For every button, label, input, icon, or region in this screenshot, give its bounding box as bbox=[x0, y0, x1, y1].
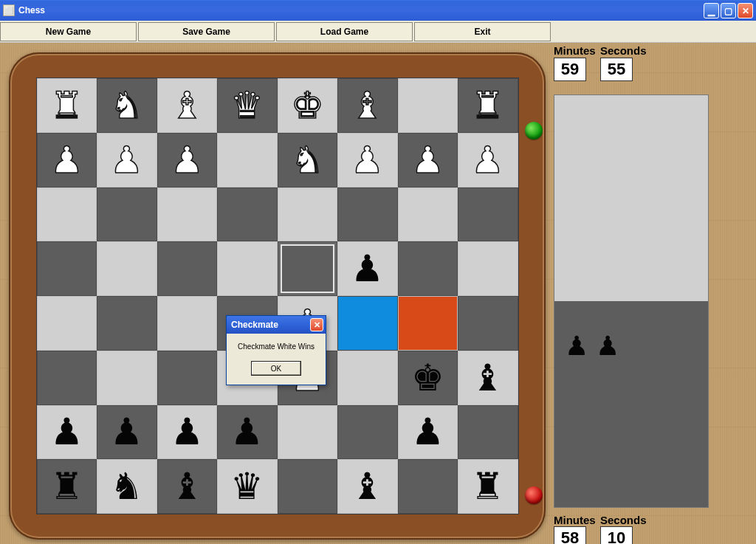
app-icon: ⬜ bbox=[3, 4, 15, 16]
square-a8[interactable]: ♜ bbox=[37, 78, 97, 133]
window-minimize-button[interactable]: ▁ bbox=[704, 3, 719, 18]
captured-panel: ♟♟ bbox=[554, 94, 709, 508]
window-close-button[interactable]: ✕ bbox=[738, 3, 753, 18]
captured-white-area bbox=[554, 95, 708, 301]
square-b5[interactable] bbox=[97, 241, 157, 296]
square-b3[interactable] bbox=[97, 351, 157, 405]
clock-seconds-top: 55 bbox=[600, 58, 633, 81]
new-game-button[interactable]: New Game bbox=[0, 22, 137, 41]
piece-icon: ♞ bbox=[110, 87, 143, 124]
square-d8[interactable]: ♛ bbox=[217, 78, 278, 133]
dialog-title-bar[interactable]: Checkmate ✕ bbox=[227, 316, 326, 334]
piece-icon: ♞ bbox=[291, 142, 324, 179]
square-g8[interactable] bbox=[398, 78, 458, 133]
piece-icon: ♜ bbox=[50, 468, 83, 505]
piece-icon: ♜ bbox=[471, 87, 504, 124]
square-c3[interactable] bbox=[157, 351, 218, 405]
board-frame: ♜♞♝♛♚♝♜♟♟♟♞♟♟♟♟♟♟♚♝♟♟♟♟♟♜♞♝♛♝♜ bbox=[9, 52, 546, 540]
square-f6[interactable] bbox=[337, 187, 398, 242]
square-c2[interactable]: ♟ bbox=[157, 405, 218, 460]
square-f8[interactable]: ♝ bbox=[337, 78, 398, 133]
clock-seconds-bottom: 10 bbox=[600, 526, 633, 544]
piece-icon: ♛ bbox=[230, 468, 264, 505]
piece-icon: ♟ bbox=[171, 142, 204, 179]
exit-button[interactable]: Exit bbox=[414, 22, 551, 41]
piece-icon: ♟ bbox=[50, 413, 83, 450]
square-d1[interactable]: ♛ bbox=[217, 459, 278, 514]
chess-board[interactable]: ♜♞♝♛♚♝♜♟♟♟♞♟♟♟♟♟♟♚♝♟♟♟♟♟♜♞♝♛♝♜ bbox=[36, 78, 519, 514]
square-g4[interactable] bbox=[398, 296, 458, 351]
dialog-close-button[interactable]: ✕ bbox=[310, 318, 323, 331]
square-d6[interactable] bbox=[217, 187, 278, 242]
piece-icon: ♟ bbox=[230, 413, 264, 450]
piece-icon: ♟ bbox=[411, 413, 444, 450]
load-game-button[interactable]: Load Game bbox=[276, 22, 413, 41]
square-h5[interactable] bbox=[458, 241, 518, 296]
square-h1[interactable]: ♜ bbox=[458, 459, 518, 514]
piece-icon: ♚ bbox=[411, 359, 444, 396]
square-d7[interactable] bbox=[217, 133, 278, 187]
square-a6[interactable] bbox=[37, 187, 97, 242]
checkmate-dialog: Checkmate ✕ Checkmate White Wins OK bbox=[226, 315, 326, 385]
square-f7[interactable]: ♟ bbox=[337, 133, 398, 187]
square-e1[interactable] bbox=[278, 459, 338, 514]
piece-icon: ♝ bbox=[471, 359, 504, 396]
square-e6[interactable] bbox=[278, 187, 338, 242]
square-b2[interactable]: ♟ bbox=[97, 405, 157, 460]
square-e7[interactable]: ♞ bbox=[278, 133, 338, 187]
square-c4[interactable] bbox=[157, 296, 218, 351]
square-e2[interactable] bbox=[278, 405, 338, 460]
square-e8[interactable]: ♚ bbox=[278, 78, 338, 133]
square-h4[interactable] bbox=[458, 296, 518, 351]
square-b8[interactable]: ♞ bbox=[97, 78, 157, 133]
captured-black-area: ♟♟ bbox=[554, 301, 708, 507]
square-f2[interactable] bbox=[337, 405, 398, 460]
square-g5[interactable] bbox=[398, 241, 458, 296]
square-f5[interactable]: ♟ bbox=[337, 241, 398, 296]
piece-icon: ♝ bbox=[171, 87, 204, 124]
square-g6[interactable] bbox=[398, 187, 458, 242]
square-h6[interactable] bbox=[458, 187, 518, 242]
square-b7[interactable]: ♟ bbox=[97, 133, 157, 187]
piece-icon: ♟ bbox=[351, 250, 384, 287]
square-a7[interactable]: ♟ bbox=[37, 133, 97, 187]
square-g3[interactable]: ♚ bbox=[398, 351, 458, 405]
square-f4[interactable] bbox=[337, 296, 398, 351]
square-c1[interactable]: ♝ bbox=[157, 459, 218, 514]
square-e5[interactable] bbox=[278, 241, 338, 296]
square-c8[interactable]: ♝ bbox=[157, 78, 218, 133]
square-g1[interactable] bbox=[398, 459, 458, 514]
clock-minutes-top: 59 bbox=[554, 58, 586, 81]
piece-icon: ♜ bbox=[471, 468, 504, 505]
square-a1[interactable]: ♜ bbox=[37, 459, 97, 514]
dialog-message: Checkmate White Wins bbox=[233, 342, 320, 351]
square-b1[interactable]: ♞ bbox=[97, 459, 157, 514]
square-a2[interactable]: ♟ bbox=[37, 405, 97, 460]
square-g2[interactable]: ♟ bbox=[398, 405, 458, 460]
square-a4[interactable] bbox=[37, 296, 97, 351]
clock-label-seconds-bottom: Seconds bbox=[600, 514, 647, 526]
square-b6[interactable] bbox=[97, 187, 157, 242]
square-d2[interactable]: ♟ bbox=[217, 405, 278, 460]
square-c6[interactable] bbox=[157, 187, 218, 242]
square-f3[interactable] bbox=[337, 351, 398, 405]
piece-icon: ♟ bbox=[411, 142, 444, 179]
square-a3[interactable] bbox=[37, 351, 97, 405]
square-d5[interactable] bbox=[217, 241, 278, 296]
square-c5[interactable] bbox=[157, 241, 218, 296]
save-game-button[interactable]: Save Game bbox=[138, 22, 275, 41]
square-a5[interactable] bbox=[37, 241, 97, 296]
square-c7[interactable]: ♟ bbox=[157, 133, 218, 187]
square-h7[interactable]: ♟ bbox=[458, 133, 518, 187]
square-f1[interactable]: ♝ bbox=[337, 459, 398, 514]
square-h8[interactable]: ♜ bbox=[458, 78, 518, 133]
square-h3[interactable]: ♝ bbox=[458, 351, 518, 405]
square-g7[interactable]: ♟ bbox=[398, 133, 458, 187]
square-h2[interactable] bbox=[458, 405, 518, 460]
piece-icon: ♟ bbox=[110, 413, 143, 450]
dialog-ok-button[interactable]: OK bbox=[251, 361, 301, 376]
piece-icon: ♟ bbox=[50, 142, 83, 179]
square-b4[interactable] bbox=[97, 296, 157, 351]
toolbar: New Game Save Game Load Game Exit bbox=[0, 21, 756, 43]
window-maximize-button[interactable]: ▢ bbox=[721, 3, 736, 18]
